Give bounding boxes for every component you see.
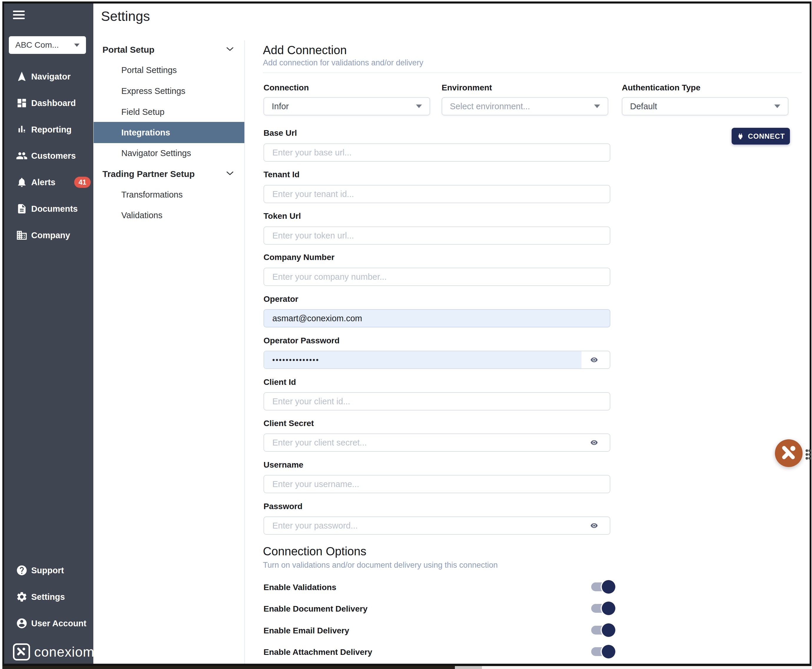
field-label-token-url: Token Url — [264, 212, 301, 221]
toggle-knob-enable-attachment-delivery[interactable] — [602, 645, 615, 658]
window-border-bottom — [2, 664, 811, 666]
field-label-password: Password — [264, 502, 303, 511]
sidebar-item-company[interactable]: Company — [4, 225, 93, 246]
field-input-company-number[interactable] — [264, 268, 610, 286]
sidebar-item-label: Navigator — [31, 72, 71, 82]
toggle-label-enable-email-delivery: Enable Email Delivery — [264, 626, 349, 635]
drag-dot — [809, 457, 811, 460]
toggle-knob-enable-validations[interactable] — [602, 580, 615, 593]
nav-item-integrations[interactable]: Integrations — [121, 128, 170, 138]
conexiom-fab-button[interactable] — [775, 439, 803, 467]
nav-item-validations[interactable]: Validations — [121, 210, 163, 220]
caret-down-icon — [416, 104, 422, 108]
sidebar-item-settings[interactable]: Settings — [4, 586, 93, 607]
show-password-eye-icon[interactable] — [588, 519, 600, 532]
field-input-token-url[interactable] — [264, 227, 610, 245]
sidebar-item-navigator[interactable]: Navigator — [4, 66, 93, 87]
sidebar-item-label: Support — [31, 566, 64, 575]
company-selector-value: ABC Com... — [15, 40, 59, 50]
sidebar-item-customers[interactable]: Customers — [4, 145, 93, 166]
field-label-username: Username — [264, 460, 303, 470]
field-input-base-url[interactable] — [264, 143, 610, 161]
select-label-connection: Connection — [264, 83, 309, 92]
company-selector[interactable]: ABC Com... — [9, 36, 86, 54]
field-input-tenant-id[interactable] — [264, 185, 610, 203]
caret-down-icon — [774, 104, 780, 108]
drag-dot — [805, 453, 808, 456]
sidebar-item-label: Customers — [31, 151, 76, 161]
drag-dot — [805, 457, 808, 460]
caret-down-icon — [74, 44, 79, 47]
select-value: Select environment... — [450, 102, 530, 111]
toggle-knob-enable-document-delivery[interactable] — [602, 602, 615, 615]
select-label-environment: Environment — [442, 83, 492, 92]
desktop-wallpaper-strip — [2, 666, 455, 669]
sidebar-item-documents[interactable]: Documents — [4, 198, 93, 219]
select-environment[interactable]: Select environment... — [442, 97, 608, 116]
field-input-client-id[interactable] — [264, 392, 610, 410]
field-input-password[interactable] — [264, 516, 610, 535]
nav-group-trading-partner-setup[interactable]: Trading Partner Setup — [103, 169, 195, 179]
bar-chart-icon — [16, 124, 28, 135]
sidebar-item-alerts[interactable]: Alerts41 — [4, 171, 93, 193]
nav-item-express-settings[interactable]: Express Settings — [121, 86, 185, 96]
sidebar-item-label: Company — [31, 230, 70, 240]
field-operator-password: •••••••••••••• — [264, 351, 610, 369]
conexiom-x-icon — [775, 439, 803, 467]
options-subheading: Turn on validations and/or document deli… — [263, 561, 498, 570]
help-icon — [16, 565, 28, 576]
nav-group-portal-setup[interactable]: Portal Setup — [103, 45, 155, 55]
show-password-eye-icon[interactable] — [588, 436, 600, 449]
content-subheading: Add connection for validations and/or de… — [263, 58, 424, 67]
building-icon — [16, 229, 28, 241]
sidebar-item-dashboard[interactable]: Dashboard — [4, 92, 93, 114]
drag-dot — [805, 449, 808, 452]
select-connection[interactable]: Infor — [264, 97, 430, 116]
conexiom-wordmark: conexiom — [34, 644, 94, 660]
window-border-right — [810, 2, 811, 666]
nav-content-divider — [244, 40, 245, 664]
select-value: Default — [630, 102, 657, 111]
nav-item-portal-settings[interactable]: Portal Settings — [121, 66, 177, 75]
menu-hamburger-icon[interactable] — [13, 11, 25, 19]
sidebar-item-label: Dashboard — [31, 98, 76, 108]
bell-icon — [16, 176, 28, 188]
show-password-eye-icon[interactable] — [588, 353, 600, 366]
page-title: Settings — [101, 8, 150, 24]
people-icon — [16, 150, 28, 161]
select-label-authentication-type: Authentication Type — [622, 83, 700, 92]
caret-down-icon — [594, 104, 600, 108]
sidebar: ABC Com... NavigatorDashboardReportingCu… — [4, 3, 93, 664]
sidebar-item-label: Settings — [31, 592, 65, 602]
field-label-client-id: Client Id — [264, 378, 296, 387]
field-input-username[interactable] — [264, 475, 610, 493]
toggle-label-enable-validations: Enable Validations — [264, 583, 336, 592]
field-input-operator[interactable] — [264, 309, 610, 328]
chevron-down-icon[interactable] — [226, 47, 234, 53]
plug-icon — [736, 133, 744, 140]
select-authentication-type[interactable]: Default — [622, 97, 788, 116]
sidebar-item-reporting[interactable]: Reporting — [4, 119, 93, 140]
conexiom-logo-icon — [13, 644, 30, 661]
content-divider — [263, 72, 802, 73]
connect-button[interactable]: CONNECT — [731, 128, 790, 145]
connect-button-label: CONNECT — [748, 132, 785, 140]
sidebar-item-label: Reporting — [31, 125, 72, 134]
field-label-tenant-id: Tenant Id — [264, 170, 299, 179]
nav-item-transformations[interactable]: Transformations — [121, 190, 183, 200]
drag-dot — [809, 453, 811, 456]
field-input-client-secret[interactable] — [264, 434, 610, 452]
toggle-knob-enable-email-delivery[interactable] — [602, 624, 615, 637]
gear-icon — [16, 591, 28, 603]
toggle-label-enable-attachment-delivery: Enable Attachment Delivery — [264, 647, 372, 657]
chevron-down-icon[interactable] — [226, 171, 234, 177]
conexiom-logo: conexiom — [13, 644, 94, 661]
options-heading: Connection Options — [263, 545, 366, 558]
toggle-label-enable-document-delivery: Enable Document Delivery — [264, 604, 367, 614]
sidebar-item-user-account[interactable]: User Account — [4, 613, 93, 634]
nav-item-field-setup[interactable]: Field Setup — [121, 107, 165, 117]
content-heading: Add Connection — [263, 44, 347, 57]
nav-item-navigator-settings[interactable]: Navigator Settings — [121, 148, 191, 158]
sidebar-item-support[interactable]: Support — [4, 560, 93, 581]
document-icon — [16, 203, 28, 215]
